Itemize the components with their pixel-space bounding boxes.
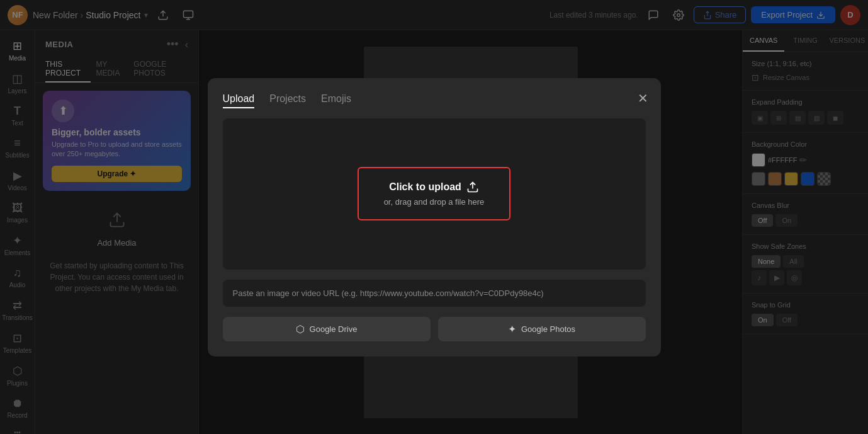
google-drive-button[interactable]: ⬡ Google Drive — [223, 317, 431, 341]
modal-tab-emojis[interactable]: Emojis — [321, 93, 351, 108]
url-input-row: Paste an image or video URL (e.g. https:… — [223, 280, 646, 307]
google-photos-button[interactable]: ✦ Google Photos — [438, 317, 646, 341]
modal-header: Upload Projects Emojis — [223, 93, 646, 108]
upload-box-title: Click to upload — [384, 181, 485, 193]
google-photos-icon: ✦ — [508, 323, 516, 335]
modal-close-button[interactable]: ✕ — [638, 91, 648, 106]
modal-tab-upload[interactable]: Upload — [223, 93, 255, 108]
upload-area[interactable]: Click to upload or, drag and drop a file… — [223, 118, 646, 270]
modal-tab-projects[interactable]: Projects — [269, 93, 306, 108]
google-drive-icon: ⬡ — [296, 323, 305, 335]
modal-buttons: ⬡ Google Drive ✦ Google Photos — [223, 317, 646, 341]
upload-box[interactable]: Click to upload or, drag and drop a file… — [358, 167, 511, 220]
modal-overlay[interactable]: Upload Projects Emojis ✕ Click to upload… — [0, 0, 868, 434]
upload-box-subtitle: or, drag and drop a file here — [384, 197, 485, 207]
url-paste-text: Paste an image or video URL (e.g. https:… — [233, 288, 544, 298]
upload-modal: Upload Projects Emojis ✕ Click to upload… — [208, 78, 661, 357]
